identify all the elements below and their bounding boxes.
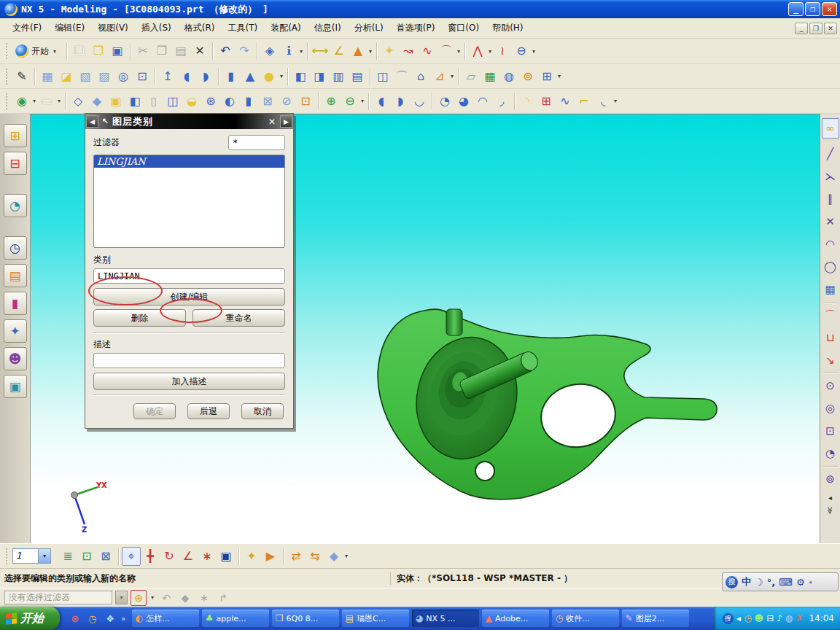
hook-wire-icon[interactable]: ⌐: [575, 92, 594, 111]
menu-information[interactable]: 信息(I): [308, 20, 348, 36]
ruled-surface-icon[interactable]: ◧: [291, 67, 310, 86]
u-fillet-icon[interactable]: ⊔: [822, 327, 839, 348]
menu-view[interactable]: 视图(V): [91, 20, 135, 36]
bend-sheet-icon[interactable]: ◖: [372, 92, 391, 111]
open-part-icon[interactable]: ❐: [89, 42, 108, 61]
save-icon[interactable]: ▣: [108, 42, 127, 61]
wcs-orient-icon[interactable]: ∠: [179, 547, 198, 566]
menu-file[interactable]: 文件(F): [6, 20, 48, 36]
browser-quick-icon[interactable]: ⊗: [69, 612, 82, 625]
dropdown-caret[interactable]: ▾: [612, 98, 618, 104]
key-report-icon[interactable]: ✦: [380, 42, 399, 61]
dropdown-caret[interactable]: ▾: [368, 48, 373, 55]
banded-block-icon[interactable]: ⊠: [258, 92, 277, 111]
toolbar-grip[interactable]: [6, 93, 9, 109]
toolbar-grip[interactable]: [6, 69, 9, 85]
toolbar-grip[interactable]: [6, 548, 9, 564]
circle-pair-icon[interactable]: ◯: [822, 257, 839, 277]
dropdown-caret[interactable]: ▾: [487, 48, 493, 55]
copy-icon[interactable]: ❐: [152, 42, 171, 61]
undo-icon[interactable]: ↶: [216, 42, 235, 61]
dropdown-caret[interactable]: ▾: [343, 553, 349, 559]
description-input[interactable]: [93, 353, 285, 368]
snap-scope-icon[interactable]: ⊕: [131, 590, 147, 606]
swap-back-icon[interactable]: ⇆: [306, 547, 324, 566]
block-hole-icon[interactable]: ⊡: [133, 67, 152, 86]
scroll-more-icon[interactable]: ≫: [825, 502, 836, 519]
point-filter-icon[interactable]: ∗: [196, 590, 212, 606]
bridge-surface-icon[interactable]: ⌒: [392, 67, 411, 86]
menu-edit[interactable]: 编辑(E): [48, 20, 91, 36]
subtract-icon[interactable]: ⊖: [341, 92, 359, 111]
offset-surface-icon[interactable]: ⊞: [537, 67, 556, 86]
new-part-icon[interactable]: ❏: [70, 42, 89, 61]
menu-preferences[interactable]: 首选项(P): [390, 20, 442, 36]
cylinder-pair-icon[interactable]: ▮: [239, 92, 258, 111]
wcs-rotate-icon[interactable]: ↻: [160, 547, 179, 566]
close-button[interactable]: ✕: [822, 2, 837, 16]
mdi-restore-button[interactable]: ❐: [809, 23, 822, 34]
arc-sheet-icon[interactable]: ◠: [473, 92, 492, 111]
line-icon[interactable]: ╱: [822, 144, 839, 164]
gallery-icon[interactable]: ▣: [4, 375, 27, 398]
block-icon[interactable]: ▦: [38, 67, 57, 86]
cancel-button[interactable]: 取消: [241, 403, 284, 419]
sphere-icon[interactable]: ●: [260, 67, 279, 86]
task-firefox[interactable]: ◐ 怎样...: [132, 610, 199, 627]
pipe-surface-icon[interactable]: ⊚: [518, 67, 537, 86]
collapse-tray-icon[interactable]: ◂: [736, 613, 741, 623]
dropdown-caret[interactable]: ▾: [31, 98, 37, 104]
extrude-icon[interactable]: ↥: [158, 67, 177, 86]
dropdown-caret[interactable]: ▾: [56, 98, 62, 104]
menu-assemblies[interactable]: 装配(A): [264, 20, 308, 36]
mdi-minimize-button[interactable]: _: [795, 23, 808, 34]
extrude-body-icon[interactable]: ◇: [69, 92, 88, 111]
volume-tray-icon[interactable]: ♪: [777, 613, 782, 623]
port-block-icon[interactable]: ⊡: [296, 92, 315, 111]
sweep-icon[interactable]: ◗: [196, 67, 215, 86]
dropdown-caret[interactable]: ▾: [298, 48, 304, 55]
play-macro-icon[interactable]: ▶: [261, 547, 280, 566]
unite-icon[interactable]: ⊕: [322, 92, 341, 111]
revolve-icon[interactable]: ◖: [177, 67, 196, 86]
category-list[interactable]: LINGJIAN: [93, 155, 285, 248]
part-model[interactable]: [350, 289, 744, 529]
parallel-line-icon[interactable]: ∥: [822, 189, 839, 209]
selection-filter-caret[interactable]: ▾: [115, 591, 128, 604]
corner-arrow-icon[interactable]: ↘: [822, 350, 839, 370]
mdi-close-button[interactable]: ✕: [824, 23, 837, 34]
free-form-icon[interactable]: ∿: [556, 92, 575, 111]
add-description-button[interactable]: 加入描述: [93, 373, 285, 390]
redo-icon[interactable]: ↷: [235, 42, 254, 61]
scoop-icon[interactable]: ◔: [435, 92, 454, 111]
task-adobe[interactable]: ▲ Adobe...: [482, 610, 549, 627]
task-nx5[interactable]: ◕ NX 5 ...: [412, 610, 479, 627]
dropdown-caret[interactable]: ▾: [52, 48, 58, 55]
bend-part-icon[interactable]: ◪: [57, 67, 76, 86]
soft-keyboard-icon[interactable]: ⌨: [779, 577, 793, 588]
fold-sheet-icon[interactable]: ◟: [594, 92, 612, 111]
sogou-tray-icon[interactable]: 搜: [723, 613, 734, 624]
sculpt-surface-icon[interactable]: ◍: [499, 67, 518, 86]
surface-grid-icon[interactable]: ▦: [822, 279, 839, 300]
cage-icon[interactable]: ▨: [95, 67, 114, 86]
delete-icon[interactable]: ✕: [190, 42, 209, 61]
dialog-forward-icon[interactable]: ▶: [280, 115, 292, 128]
stacked-sheet-icon[interactable]: ◫: [163, 92, 182, 111]
move-to-layer-icon[interactable]: ⊠: [96, 547, 115, 566]
swap-forward-icon[interactable]: ⇄: [287, 547, 306, 566]
dropdown-caret[interactable]: ▾: [359, 98, 365, 104]
wcs-save-icon[interactable]: ▣: [217, 547, 236, 566]
arc-line-icon[interactable]: ◠: [822, 234, 839, 254]
circle-tangent-icon[interactable]: ◎: [822, 398, 839, 419]
wcs-dynamics-icon[interactable]: ⌖: [122, 547, 141, 566]
constraint-navigator-icon[interactable]: ⊟: [4, 152, 27, 175]
curve-arrow-icon[interactable]: ↝: [399, 42, 418, 61]
cone-icon[interactable]: ▲: [241, 67, 260, 86]
task-folder[interactable]: ❐ 6Q0 8...: [272, 610, 339, 627]
dropdown-caret[interactable]: ▾: [556, 73, 562, 79]
layer-visible-icon[interactable]: ⊡: [77, 547, 96, 566]
input-mode-icon[interactable]: 中: [742, 575, 751, 588]
selection-filter-select[interactable]: 没有选择过滤器: [4, 591, 112, 604]
cylinder-icon[interactable]: ▮: [222, 67, 241, 86]
